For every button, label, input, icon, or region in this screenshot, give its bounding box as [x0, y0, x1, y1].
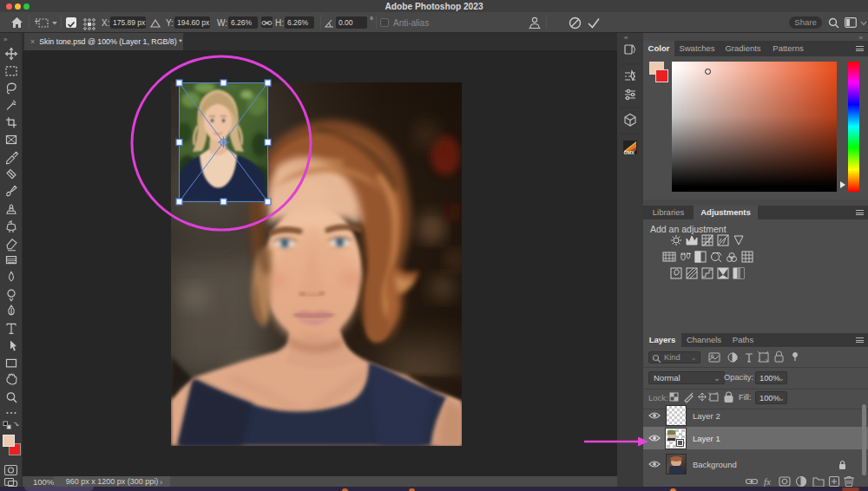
svg-text:GMX: GMX [624, 150, 635, 155]
svg-text:fx: fx [764, 476, 771, 487]
svg-text:»: » [3, 36, 8, 43]
svg-text:«: « [624, 34, 628, 42]
